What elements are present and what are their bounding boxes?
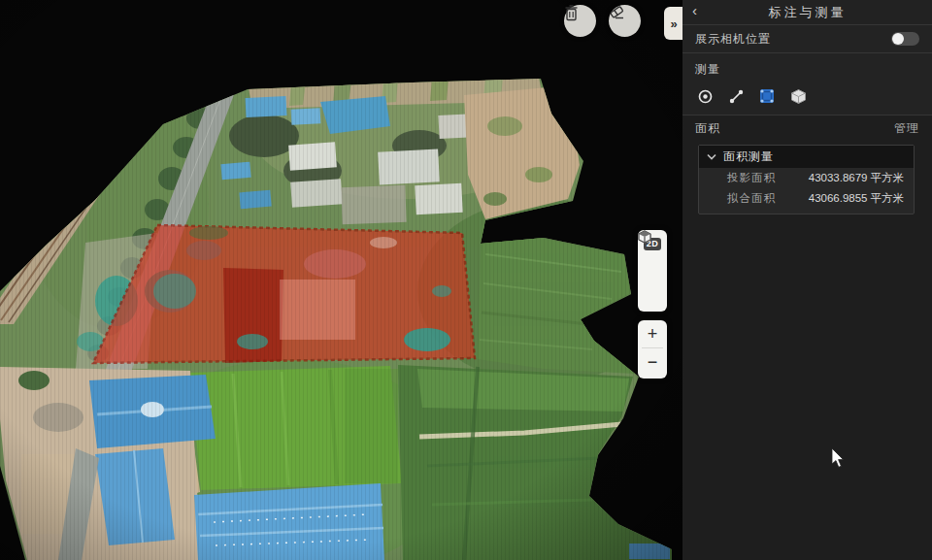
eraser-icon [609,5,625,19]
view-mode-controls: 2D [638,230,667,312]
projected-area-value: 43033.8679平方米 [809,171,904,185]
cube-wire-icon [638,230,651,244]
app-window: » 2D + − [0,0,932,560]
chevron-down-icon [707,153,716,160]
point-measure-tool[interactable] [695,86,715,106]
view-model-button[interactable] [638,284,667,312]
erase-annotation-button[interactable] [609,5,641,37]
zoom-in-button[interactable]: + [638,320,667,347]
panel-header: ‹ 标注与测量 [682,0,932,24]
panel-title: 标注与测量 [769,4,847,21]
camera-position-toggle[interactable] [891,32,919,46]
panel-collapse-tab[interactable]: » [664,7,683,40]
area-item-title: 面积测量 [723,148,774,165]
camera-position-label: 展示相机位置 [695,31,771,48]
camera-position-row: 展示相机位置 [682,25,932,52]
zoom-out-button[interactable]: − [638,348,667,376]
projected-area-row: 投影面积 43033.8679平方米 [699,168,914,188]
point-tool-icon [697,88,714,105]
zoom-controls: + − [638,320,667,379]
area-item-header[interactable]: 面积测量 [699,146,914,168]
volume-measure-tool[interactable] [788,86,808,106]
measure-section: 测量 [682,53,932,115]
area-section-header: 面积 管理 [682,115,932,142]
map-viewport[interactable]: » 2D + − [0,0,682,560]
distance-measure-tool[interactable] [726,86,746,106]
fitted-area-label: 拟合面积 [727,191,776,206]
measure-label: 测量 [695,61,919,78]
manage-button[interactable]: 管理 [894,120,919,137]
distance-tool-icon [728,88,745,105]
area-measure-tool[interactable] [757,86,777,106]
area-measurement-card: 面积测量 投影面积 43033.8679平方米 拟合面积 43066.9855平… [698,145,915,214]
area-label: 面积 [695,120,720,137]
annotation-measure-panel: ‹ 标注与测量 展示相机位置 测量 [682,0,932,560]
area-tool-icon [758,87,776,105]
trash-icon [564,5,579,21]
volume-tool-icon [790,88,807,105]
delete-annotation-button[interactable] [564,5,596,37]
fitted-area-value: 43066.9855平方米 [809,191,904,206]
toggle-knob [892,33,904,45]
view-3d-button[interactable] [638,257,667,284]
back-icon[interactable]: ‹ [692,0,697,21]
vignette [0,0,682,560]
fitted-area-row: 拟合面积 43066.9855平方米 [699,188,914,209]
aerial-orthophoto [0,0,682,560]
measure-tools [695,86,919,106]
projected-area-label: 投影面积 [727,171,776,185]
